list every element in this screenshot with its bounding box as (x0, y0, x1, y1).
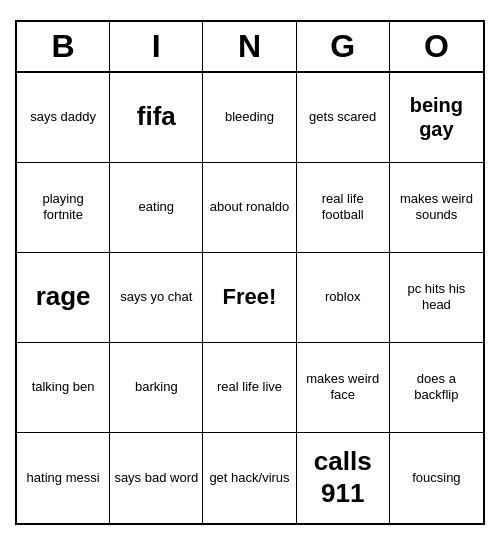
bingo-cell-13: roblox (297, 253, 390, 343)
bingo-cell-4: being gay (390, 73, 483, 163)
bingo-card: BINGO says daddyfifableedinggets scaredb… (15, 20, 485, 525)
bingo-cell-5: playing fortnite (17, 163, 110, 253)
header-letter-i: I (110, 22, 203, 71)
bingo-cell-16: barking (110, 343, 203, 433)
bingo-header: BINGO (17, 22, 483, 73)
bingo-cell-8: real life football (297, 163, 390, 253)
bingo-cell-15: talking ben (17, 343, 110, 433)
header-letter-g: G (297, 22, 390, 71)
bingo-cell-18: makes weird face (297, 343, 390, 433)
header-letter-o: O (390, 22, 483, 71)
bingo-cell-23: calls 911 (297, 433, 390, 523)
bingo-cell-21: says bad word (110, 433, 203, 523)
bingo-cell-12: Free! (203, 253, 296, 343)
bingo-cell-9: makes weird sounds (390, 163, 483, 253)
bingo-cell-11: says yo chat (110, 253, 203, 343)
bingo-cell-24: foucsing (390, 433, 483, 523)
header-letter-n: N (203, 22, 296, 71)
header-letter-b: B (17, 22, 110, 71)
bingo-cell-20: hating messi (17, 433, 110, 523)
bingo-cell-7: about ronaldo (203, 163, 296, 253)
bingo-cell-14: pc hits his head (390, 253, 483, 343)
bingo-cell-6: eating (110, 163, 203, 253)
bingo-cell-2: bleeding (203, 73, 296, 163)
bingo-cell-10: rage (17, 253, 110, 343)
bingo-cell-3: gets scared (297, 73, 390, 163)
bingo-cell-19: does a backflip (390, 343, 483, 433)
bingo-grid: says daddyfifableedinggets scaredbeing g… (17, 73, 483, 523)
bingo-cell-17: real life live (203, 343, 296, 433)
bingo-cell-0: says daddy (17, 73, 110, 163)
bingo-cell-1: fifa (110, 73, 203, 163)
bingo-cell-22: get hack/virus (203, 433, 296, 523)
